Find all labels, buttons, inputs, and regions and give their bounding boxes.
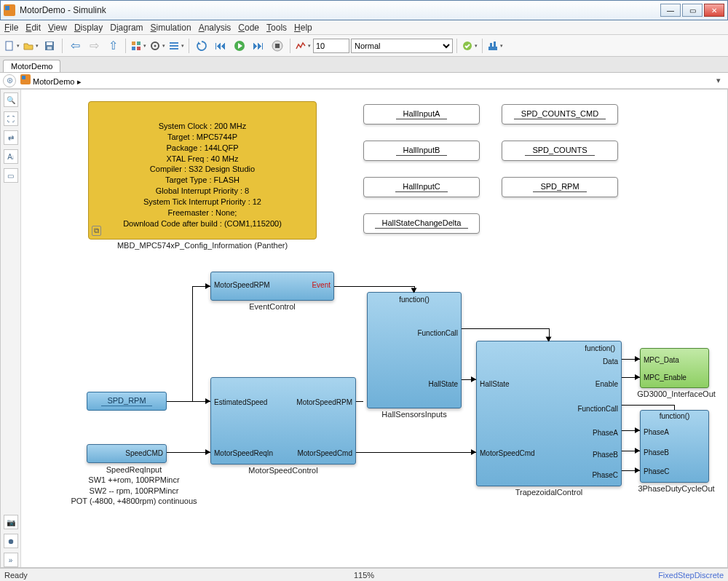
datastore-spdcounts[interactable]: SPD_COUNTS [502, 141, 618, 161]
stop-time-input[interactable] [313, 39, 349, 53]
menu-file[interactable]: File [4, 23, 18, 33]
svg-rect-15 [275, 44, 280, 48]
toggle-perspective-icon[interactable]: ⇄ [4, 130, 18, 145]
motorspeedcontrol-block[interactable]: EstimatedSpeed MotorSpeedRPM MotorSpeedR… [210, 377, 356, 465]
checkmark-button[interactable] [461, 37, 478, 55]
step-back-button[interactable]: ⏮ [212, 37, 229, 55]
canvas[interactable]: System Clock : 200 MHz Target : MPC5744P… [21, 90, 727, 567]
fit-to-view-icon[interactable]: ⛶ [4, 111, 18, 126]
gd3000-block[interactable]: MPC_Data MPC_Enable [640, 348, 709, 388]
threephase-label: 3PhaseDutyCycleOut [633, 484, 720, 493]
svg-rect-3 [47, 47, 52, 50]
menu-code[interactable]: Code [238, 23, 259, 33]
model-explorer-button[interactable] [167, 37, 185, 55]
build-button[interactable] [486, 37, 504, 55]
menu-tools[interactable]: Tools [266, 23, 287, 33]
record-icon[interactable]: ⏺ [4, 534, 18, 548]
run-button[interactable] [231, 37, 248, 55]
config-info-block[interactable]: System Clock : 200 MHz Target : MPC5744P… [88, 101, 317, 240]
library-browser-button[interactable] [130, 37, 147, 55]
datastore-spdcountscmd[interactable]: SPD_COUNTS_CMD [502, 104, 618, 125]
datastore-hallstatechangedelta[interactable]: HallStateChangeDelta [363, 213, 480, 234]
status-solver: FixedStepDiscrete [658, 571, 724, 580]
datastore-hallinputa[interactable]: HallInputA [363, 104, 480, 125]
port-estimatedspeed-in: EstimatedSpeed [214, 398, 267, 406]
close-button[interactable]: ✕ [704, 4, 724, 17]
nav-back-icon[interactable]: ⊛ [3, 74, 16, 87]
toolbar: ⇦ ⇨ ⇧ ⏮ ⏭ Normal [0, 35, 728, 57]
svg-rect-0 [6, 42, 12, 50]
port-phaseb-out: PhaseB [593, 451, 618, 459]
datastore-hallinputb[interactable]: HallInputB [363, 141, 480, 161]
arrow-icon [635, 427, 640, 433]
link-icon: ⧉ [92, 226, 101, 236]
new-button[interactable] [3, 37, 20, 55]
eventcontrol-block[interactable]: MotorSpeedRPM Event [210, 272, 334, 301]
port-function-top2: function() [585, 344, 615, 352]
datastore-spdrpm[interactable]: SPD_RPM [502, 177, 618, 197]
save-button[interactable] [41, 37, 58, 55]
expand-icon[interactable]: » [4, 553, 18, 567]
app-icon [4, 4, 15, 16]
arrow-icon [471, 376, 476, 382]
menu-simulation[interactable]: Simulation [151, 23, 191, 33]
maximize-button[interactable]: ▭ [682, 4, 703, 17]
trapezoidalcontrol-block[interactable]: function() HallState MotorSpeedCmd Data … [476, 341, 622, 486]
open-button[interactable] [22, 37, 39, 55]
eventcontrol-label: EventControl [210, 302, 334, 311]
spdrpm-read-block[interactable]: SPD_RPM [87, 392, 167, 411]
menu-edit[interactable]: Edit [25, 23, 41, 33]
breadcrumb-dropdown-icon[interactable]: ▾ [712, 76, 725, 85]
port-enable-out: Enable [596, 380, 618, 388]
back-button[interactable]: ⇦ [66, 37, 84, 55]
tab-strip: MotorDemo [0, 57, 728, 73]
port-function-top3: function() [660, 412, 690, 420]
threephase-block[interactable]: function() PhaseA PhaseB PhaseC [640, 410, 709, 483]
menu-help[interactable]: Help [294, 23, 312, 33]
wire [192, 286, 193, 401]
forward-button[interactable]: ⇨ [85, 37, 103, 55]
speedreqinput-block[interactable]: SpeedCMD [87, 444, 167, 463]
status-zoom: 115% [354, 571, 374, 580]
stop-button[interactable] [269, 37, 286, 55]
svg-rect-6 [132, 47, 135, 50]
menu-analysis[interactable]: Analysis [199, 23, 232, 33]
port-functioncall-out2: FunctionCall [577, 405, 618, 413]
model-config-button[interactable] [149, 37, 166, 55]
zoom-in-icon[interactable]: 🔍 [4, 92, 18, 107]
port-hallstate-out: HallState [428, 380, 458, 388]
svg-rect-19 [494, 42, 496, 47]
arrow-icon [635, 374, 640, 380]
menu-view[interactable]: View [48, 23, 67, 33]
menu-display[interactable]: Display [74, 23, 103, 33]
datastore-hallinputc[interactable]: HallInputC [363, 177, 480, 197]
scope-button[interactable] [294, 37, 312, 55]
simulation-mode-select[interactable]: Normal [351, 39, 453, 53]
screenshot-icon[interactable]: 📷 [4, 515, 18, 529]
port-event-out: Event [312, 281, 331, 289]
minimize-button[interactable]: — [660, 4, 681, 17]
port-motorspeedcmd-out: MotorSpeedCmd [297, 449, 352, 457]
hide-show-icon[interactable]: ▭ [4, 168, 18, 183]
port-phasec-in: PhaseC [644, 467, 670, 475]
up-button[interactable]: ⇧ [104, 37, 122, 55]
port-function-top: function() [399, 296, 430, 304]
step-forward-button[interactable]: ⏭ [250, 37, 267, 55]
config-info-caption: MBD_MPC574xP_Config_Information (Panther… [88, 241, 317, 250]
hallsensorsinputs-block[interactable]: function() FunctionCall HallState [367, 292, 462, 408]
arrow-icon [546, 337, 552, 342]
arrow-icon [411, 288, 417, 293]
model-tab[interactable]: MotorDemo [3, 60, 60, 72]
motorspeedcontrol-label: MotorSpeedControl [210, 466, 356, 475]
annotation-icon[interactable]: Aᵢ [4, 149, 18, 164]
speedreqinput-label: SpeedReqInput SW1 ++rom, 100RPMincr SW2 … [65, 465, 203, 506]
update-diagram-button[interactable] [193, 37, 210, 55]
port-phasec-out: PhaseC [592, 471, 618, 479]
port-speedcmd-out: SpeedCMD [125, 449, 163, 457]
port-hallstate-in: HallState [480, 380, 510, 388]
menu-diagram[interactable]: Diagram [110, 23, 143, 33]
port-mpcenable-in: MPC_Enable [644, 374, 687, 382]
work-area: 🔍 ⛶ ⇄ Aᵢ ▭ 📷 ⏺ » System Clock : 200 MHz … [0, 89, 728, 568]
breadcrumb[interactable]: MotorDemo ▸ [20, 74, 82, 87]
port-motorspeedrpm-in: MotorSpeedRPM [214, 281, 270, 289]
